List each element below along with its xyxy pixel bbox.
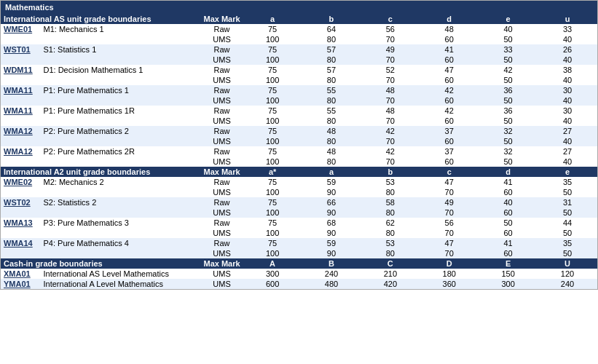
- table-row: UMS 100 80 70 60 50 40: [1, 95, 598, 106]
- table-row: UMS 100 80 70 60 50 40: [1, 55, 598, 65]
- unit-name: M1: Mechanics 1: [41, 24, 201, 34]
- row-type: Raw: [201, 238, 243, 248]
- row-type-ums: UMS: [201, 187, 243, 197]
- row-type: Raw: [201, 218, 243, 228]
- unit-name: P2: Pure Mathematics 2: [41, 126, 201, 136]
- main-title: Mathematics: [1, 1, 598, 15]
- col-c-as: c: [361, 14, 420, 24]
- main-table: Mathematics International AS unit grade …: [0, 0, 598, 290]
- col-C-cash: C: [361, 258, 420, 269]
- unit-code: WST01: [1, 44, 41, 55]
- col-b-as: b: [302, 14, 361, 24]
- table-row: WME02 M2: Mechanics 2 Raw 75 59 53 47 41…: [1, 177, 598, 187]
- row-type-ums: UMS: [201, 55, 243, 65]
- unit-name: P1: Pure Mathematics 1R: [41, 106, 201, 116]
- row-type: Raw: [201, 146, 243, 157]
- table-row: UMS 100 80 70 60 50 40: [1, 116, 598, 126]
- unit-name: International A Level Mathematics: [41, 279, 201, 290]
- col-maxmark-as: Max Mark: [201, 14, 243, 24]
- unit-name: P3: Pure Mathematics 3: [41, 218, 201, 228]
- row-type: UMS: [201, 279, 243, 290]
- table-row: YMA01 International A Level Mathematics …: [1, 279, 598, 290]
- max-mark: 75: [243, 106, 302, 116]
- row-type-ums: UMS: [201, 228, 243, 238]
- table-row: WMA12 P2: Pure Mathematics 2 Raw 75 48 4…: [1, 126, 598, 136]
- row-type: Raw: [201, 85, 243, 95]
- max-mark: 75: [243, 24, 302, 34]
- max-mark: 75: [243, 126, 302, 136]
- max-mark: 75: [243, 238, 302, 248]
- max-mark: 75: [243, 177, 302, 187]
- row-type: UMS: [201, 269, 243, 279]
- col-U-cash: U: [538, 258, 597, 269]
- table-row: WMA11 P1: Pure Mathematics 1 Raw 75 55 4…: [1, 85, 598, 95]
- row-type-ums: UMS: [201, 136, 243, 146]
- unit-name: D1: Decision Mathematics 1: [41, 65, 201, 75]
- row-type-ums: UMS: [201, 116, 243, 126]
- max-mark: 75: [243, 218, 302, 228]
- table-row: WST02 S2: Statistics 2 Raw 75 66 58 49 4…: [1, 197, 598, 207]
- table-row: UMS 100 80 70 60 50 40: [1, 136, 598, 146]
- as-section-header: International AS unit grade boundaries: [1, 14, 201, 24]
- table-row: UMS 100 80 70 60 50 40: [1, 34, 598, 44]
- row-type: Raw: [201, 24, 243, 34]
- col-a-a2: a: [302, 167, 361, 177]
- a2-section-header: International A2 unit grade boundaries: [1, 167, 201, 177]
- table-row: WDM11 D1: Decision Mathematics 1 Raw 75 …: [1, 65, 598, 75]
- row-type: Raw: [201, 106, 243, 116]
- col-a-as: a: [243, 14, 302, 24]
- unit-code: WMA12: [1, 126, 41, 136]
- row-type: Raw: [201, 65, 243, 75]
- col-d-a2: d: [479, 167, 538, 177]
- max-mark: 75: [243, 44, 302, 55]
- col-E-cash: E: [479, 258, 538, 269]
- table-row: UMS 100 80 70 60 50 40: [1, 157, 598, 167]
- table-row: UMS 100 80 70 60 50 40: [1, 75, 598, 85]
- cash-section-header: Cash-in grade boundaries: [1, 258, 201, 269]
- unit-code: WMA14: [1, 238, 41, 248]
- unit-code: YMA01: [1, 279, 41, 290]
- row-type-ums: UMS: [201, 157, 243, 167]
- table-row: WMA12 P2: Pure Mathematics 2R Raw 75 48 …: [1, 146, 598, 157]
- row-type-ums: UMS: [201, 248, 243, 258]
- row-type: Raw: [201, 197, 243, 207]
- unit-name: P2: Pure Mathematics 2R: [41, 146, 201, 157]
- unit-code: WST02: [1, 197, 41, 207]
- col-A-cash: A: [243, 258, 302, 269]
- col-maxmark-cash: Max Mark: [201, 258, 243, 269]
- row-type-ums: UMS: [201, 207, 243, 218]
- unit-name: P1: Pure Mathematics 1: [41, 85, 201, 95]
- col-e-as: e: [479, 14, 538, 24]
- table-row: UMS 100 90 80 70 60 50: [1, 187, 598, 197]
- unit-name: P4: Pure Mathematics 4: [41, 238, 201, 248]
- max-mark: 75: [243, 65, 302, 75]
- unit-code: WMA11: [1, 106, 41, 116]
- row-type-ums: UMS: [201, 95, 243, 106]
- max-mark: 75: [243, 85, 302, 95]
- table-row: UMS 100 90 80 70 60 50: [1, 248, 598, 258]
- table-row: XMA01 International AS Level Mathematics…: [1, 269, 598, 279]
- max-mark: 75: [243, 197, 302, 207]
- table-row: UMS 100 90 80 70 60 50: [1, 207, 598, 218]
- unit-name: International AS Level Mathematics: [41, 269, 201, 279]
- col-b-a2: b: [361, 167, 420, 177]
- col-astar-a2: a*: [243, 167, 302, 177]
- unit-code: XMA01: [1, 269, 41, 279]
- unit-code: WMA12: [1, 146, 41, 157]
- table-row: UMS 100 90 80 70 60 50: [1, 228, 598, 238]
- max-mark: 75: [243, 146, 302, 157]
- table-row: WMA14 P4: Pure Mathematics 4 Raw 75 59 5…: [1, 238, 598, 248]
- table-row: WMA11 P1: Pure Mathematics 1R Raw 75 55 …: [1, 106, 598, 116]
- table-row: WME01 M1: Mechanics 1 Raw 75 64 56 48 40…: [1, 24, 598, 34]
- col-c-a2: c: [420, 167, 479, 177]
- row-type: Raw: [201, 44, 243, 55]
- unit-name: S2: Statistics 2: [41, 197, 201, 207]
- unit-code: WMA11: [1, 85, 41, 95]
- col-e-a2: e: [538, 167, 597, 177]
- row-type: Raw: [201, 126, 243, 136]
- row-type-ums: UMS: [201, 34, 243, 44]
- unit-code: WME02: [1, 177, 41, 187]
- unit-name: M2: Mechanics 2: [41, 177, 201, 187]
- table-row: WST01 S1: Statistics 1 Raw 75 57 49 41 3…: [1, 44, 598, 55]
- col-u-as: u: [538, 14, 597, 24]
